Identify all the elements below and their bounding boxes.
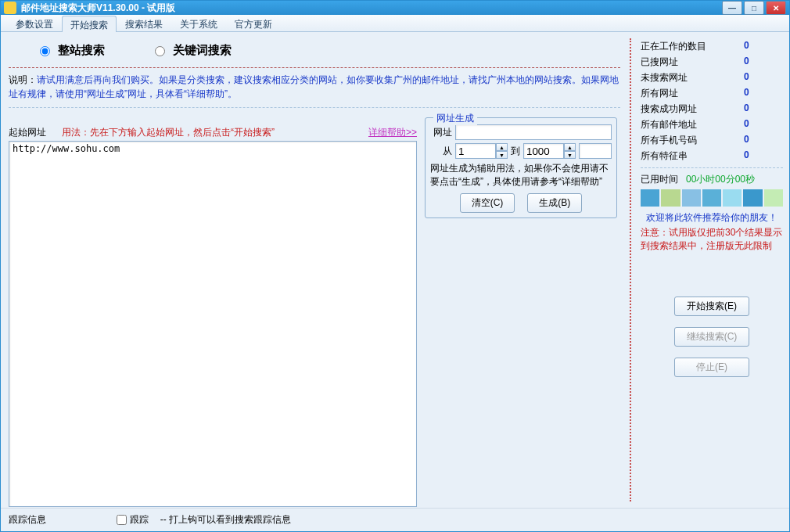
gen-to-label: 到	[511, 145, 520, 158]
tab-about[interactable]: 关于系统	[171, 15, 226, 31]
track-checkbox[interactable]	[117, 515, 127, 525]
gen-to-input[interactable]	[523, 143, 564, 159]
tab-start-search[interactable]: 开始搜索	[62, 16, 117, 32]
promo-graphic	[641, 189, 783, 207]
gen-from-up[interactable]: ▲	[496, 143, 508, 151]
window-title: 邮件地址搜索大师V11.30.00 - 试用版	[21, 2, 175, 15]
stats-panel: 正在工作的数目0 已搜网址0 未搜索网址0 所有网址0 搜索成功网址0 所有邮件…	[633, 32, 789, 508]
separator	[9, 67, 620, 68]
close-button[interactable]: ✕	[766, 1, 786, 15]
gen-suffix-input[interactable]	[579, 143, 612, 159]
gen-from-input[interactable]	[455, 143, 496, 159]
explain-body: 请试用满意后再向我们购买。如果是分类搜索，建议搜索相应分类的网站，如你要收集广州…	[9, 74, 619, 99]
gen-url-label: 网址	[430, 126, 452, 139]
gen-to-down[interactable]: ▼	[564, 151, 576, 159]
stat-phones: 所有手机号码0	[641, 134, 783, 147]
continue-search-button[interactable]: 继续搜索(C)	[674, 327, 749, 347]
stat-unsearched: 未搜索网址0	[641, 71, 783, 84]
tab-bar: 参数设置 开始搜索 搜索结果 关于系统 官方更新	[1, 15, 789, 32]
tab-params[interactable]: 参数设置	[7, 15, 62, 31]
start-search-button[interactable]: 开始搜索(E)	[674, 297, 749, 316]
radio-keyword[interactable]: 关键词搜索	[155, 43, 232, 56]
stat-all-urls: 所有网址0	[641, 87, 783, 100]
trial-note: 注意：试用版仅把前30个结果显示到搜索结果中，注册版无此限制	[641, 226, 783, 253]
vertical-divider	[630, 38, 631, 501]
explain-text: 说明：请试用满意后再向我们购买。如果是分类搜索，建议搜索相应分类的网站，如你要收…	[9, 73, 620, 101]
separator	[9, 107, 620, 108]
stat-success: 搜索成功网址0	[641, 102, 783, 116]
radio-whole-site[interactable]: 整站搜索	[40, 43, 105, 56]
explain-label: 说明：	[9, 74, 37, 85]
usage-hint: 用法：先在下方输入起始网址，然后点击“开始搜索”	[62, 127, 275, 138]
titlebar: 邮件地址搜索大师V11.30.00 - 试用版 — □ ✕	[1, 1, 789, 15]
stop-button[interactable]: 停止(E)	[674, 358, 749, 377]
stat-emails: 所有邮件地址0	[641, 118, 783, 131]
maximize-button[interactable]: □	[744, 1, 764, 15]
tab-results[interactable]: 搜索结果	[117, 15, 171, 31]
gen-url-input[interactable]	[455, 124, 612, 140]
track-label: 跟踪信息	[9, 513, 46, 527]
elapsed-value: 00小时00分00秒	[686, 173, 755, 186]
radio-keyword-label: 关键词搜索	[173, 43, 232, 56]
start-urls-textarea[interactable]	[9, 141, 417, 507]
stat-working: 正在工作的数目0	[641, 40, 783, 53]
stat-patterns: 所有特征串0	[641, 149, 783, 163]
gen-note: 网址生成为辅助用法，如果你不会使用请不要点击“生成”，具体使用请参考“详细帮助”	[430, 162, 612, 189]
gen-from-down[interactable]: ▼	[496, 151, 508, 159]
stat-searched: 已搜网址0	[641, 56, 783, 69]
url-generator-group: 网址生成 网址 从 ▲▼ 到 ▲▼ 网址生成为辅助用法，如果你不会使用请不要点击…	[425, 117, 617, 218]
elapsed-row: 已用时间00小时00分00秒	[641, 173, 783, 186]
tab-update[interactable]: 官方更新	[226, 15, 281, 31]
track-checkbox-label[interactable]: 跟踪 -- 打上钩可以看到搜索跟踪信息	[117, 513, 291, 527]
app-icon	[4, 2, 16, 14]
gen-generate-button[interactable]: 生成(B)	[527, 193, 582, 213]
radio-whole-site-input[interactable]	[40, 46, 50, 56]
url-gen-legend: 网址生成	[433, 112, 477, 125]
search-mode-row: 整站搜索 关键词搜索	[9, 38, 620, 66]
help-link[interactable]: 详细帮助>>	[368, 126, 417, 139]
gen-to-up[interactable]: ▲	[564, 143, 576, 151]
radio-keyword-input[interactable]	[155, 46, 165, 56]
radio-whole-site-label: 整站搜索	[58, 43, 105, 56]
elapsed-label: 已用时间	[641, 173, 678, 186]
gen-from-label: 从	[430, 145, 452, 158]
gen-clear-button[interactable]: 清空(C)	[460, 193, 515, 213]
track-note: -- 打上钩可以看到搜索跟踪信息	[160, 513, 291, 527]
recommend-text: 欢迎将此软件推荐给你的朋友！	[641, 211, 783, 225]
start-url-label: 起始网址	[9, 127, 46, 138]
minimize-button[interactable]: —	[722, 1, 742, 15]
track-row: 跟踪信息 跟踪 -- 打上钩可以看到搜索跟踪信息	[1, 508, 789, 531]
